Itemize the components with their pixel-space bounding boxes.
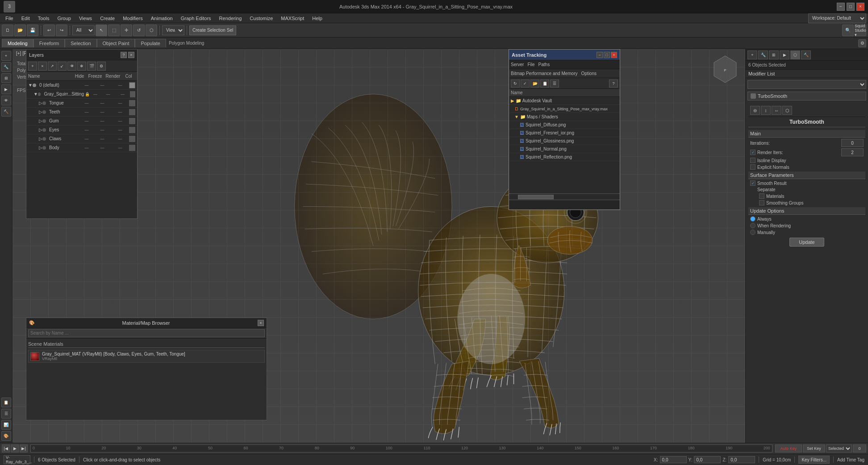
at-maps-folder-item[interactable]: ▼ 📁 Maps / Shaders [509,113,620,121]
layer-row-gum[interactable]: ▷ Gum — — — [26,117,137,126]
at-vault-item[interactable]: ▶ 📁 Autodesk Vault [509,97,620,105]
viewport-cube[interactable]: P [709,54,741,85]
at-scrollbar[interactable] [509,193,620,200]
layers-render-btn[interactable]: 🎬 [87,62,96,71]
create-selection-btn[interactable]: Create Selection Sel [189,25,236,35]
at-diffuse-item[interactable]: 🖼 Squirrel_Diffuse.png [509,121,620,129]
z-coord[interactable]: 0,0 [728,456,755,463]
menu-help[interactable]: Help [309,15,326,22]
scene-explorer-icon[interactable]: 📋 [1,398,11,407]
at-fresnel-item[interactable]: 🖼 Squirrel_Fresnel_ior.png [509,129,620,137]
layer-row-teeth[interactable]: ▷ Teeth — — — [26,108,137,117]
at-menu-paths[interactable]: Paths [538,62,550,67]
at-browse-btn[interactable]: 📂 [530,80,539,88]
menu-file[interactable]: File [2,15,17,22]
at-scrollbar-thumb[interactable] [518,195,554,199]
rpanel-tab-modify[interactable]: 🔧 [758,50,768,59]
maximize-btn[interactable]: □ [847,3,855,11]
layer-row-squirrel[interactable]: ▼ Gray_Squirr...Sitting 🔒 — — — [26,90,137,99]
track-view-icon[interactable]: 📊 [1,420,11,430]
rotate-btn[interactable]: ↺ [133,25,145,36]
at-copy-btn[interactable]: 📋 [540,80,549,88]
layers-help-btn[interactable]: ? [121,52,127,58]
redo-btn[interactable]: ↪ [56,25,67,36]
render-iters-checkbox[interactable] [750,150,755,155]
layer-row-body[interactable]: ▷ Body — — — [26,143,137,152]
turbo-tab-1[interactable]: ⊖ [750,106,760,115]
always-radio[interactable] [750,216,755,222]
render-iters-spinner[interactable]: 2 [841,148,864,156]
set-key-btn[interactable]: Set Key [803,444,825,452]
at-help-btn[interactable]: ? [609,80,618,88]
tab-populate[interactable]: Populate [135,39,166,47]
layer-row-eyes[interactable]: ▷ Eyes — — — [26,126,137,134]
at-maximize-btn[interactable]: □ [604,52,610,58]
layers-add-sel-btn[interactable]: ↗ [48,62,57,71]
at-reflection-item[interactable]: 🖼 Squirrel_Reflection.png [509,153,620,161]
time-input[interactable]: 0 [853,444,866,452]
layers-close-btn[interactable]: × [128,52,134,58]
hierarchy-icon[interactable]: ⊞ [1,73,11,83]
layer-row-claws[interactable]: ▷ Claws — — — [26,134,137,143]
mb-close-btn[interactable]: × [258,320,264,326]
layer-row-tongue[interactable]: ▷ Tongue — — — [26,99,137,108]
tab-selection[interactable]: Selection [65,39,96,47]
materials-checkbox[interactable] [759,193,764,199]
x-coord[interactable]: 0,0 [660,456,687,463]
scale-btn[interactable]: ⬡ [146,25,157,36]
layer-color-claws[interactable] [129,136,135,142]
move-btn[interactable]: ✛ [121,25,132,36]
rpanel-tab-hierarchy[interactable]: ⊞ [769,50,779,59]
workspace-dropdown[interactable]: Workspace: Default [808,13,866,23]
menu-views[interactable]: Views [75,15,96,22]
at-table-btn[interactable]: ☰ [550,80,559,88]
app-icon[interactable]: 3 [4,1,15,13]
iterations-spinner[interactable]: 0 [841,139,864,147]
when-rendering-radio[interactable] [750,223,755,228]
play-btn[interactable]: ▶ [11,444,19,452]
tab-modeling[interactable]: Modeling [2,39,33,47]
smooth-result-checkbox[interactable] [750,180,755,186]
tab-freeform[interactable]: Freeform [33,39,65,47]
layer-color-eyes[interactable] [129,127,135,133]
create-icon[interactable]: + [1,51,11,61]
squid-btn[interactable]: Squid Studio ▾ [855,25,866,36]
modify-icon[interactable]: 🔧 [1,62,11,72]
layers-create-btn[interactable]: + [28,62,37,71]
new-btn[interactable]: 🗋 [2,25,13,36]
menu-graph-editors[interactable]: Graph Editors [177,15,215,22]
key-filter-dropdown[interactable]: Selected [826,444,852,452]
tab-object-paint[interactable]: Object Paint [97,39,135,47]
smoothing-groups-checkbox[interactable] [759,200,764,205]
turbo-tab-4[interactable]: ⬡ [782,106,792,115]
layers-hide-btn[interactable]: 👁 [67,62,76,71]
motion-icon[interactable]: ▶ [1,84,11,94]
at-normal-item[interactable]: 🖼 Squirrel_Normal.png [509,145,620,153]
layer-color-default[interactable] [129,82,135,88]
viewport[interactable]: [+] [Perspective] [Shaded + Edged Faces]… [13,49,745,443]
selection-filter[interactable]: All [72,25,95,35]
modifier-dropdown[interactable] [747,80,866,89]
rpanel-tab-create[interactable]: + [747,50,757,59]
next-frame-btn[interactable]: ▶| [20,444,28,452]
at-minimize-btn[interactable]: − [597,52,603,58]
timeline-track[interactable]: 010203040 5060708090 100110120130140 150… [30,444,772,452]
layer-color-teeth[interactable] [129,109,135,115]
rpanel-tab-utilities[interactable]: 🔨 [801,50,811,59]
at-options[interactable]: Options [581,71,597,76]
at-menu-server[interactable]: Server [511,62,524,67]
close-btn[interactable]: × [856,3,864,11]
menu-create[interactable]: Create [96,15,118,22]
at-glossiness-item[interactable]: 🖼 Squirrel_Glossiness.png [509,137,620,145]
key-filters-btn[interactable]: Key Filters... [798,456,830,464]
material-item-squirrel[interactable]: Gray_Squirrel_MAT (VRayMtl) [Body, Claws… [28,350,265,363]
utilities-icon[interactable]: 🔨 [1,107,11,117]
at-bitmap-perf[interactable]: Bitmap Performance and Memory [511,71,578,76]
prev-frame-btn[interactable]: |◀ [2,444,10,452]
mb-search-input[interactable] [28,329,265,337]
menu-edit[interactable]: Edit [18,15,33,22]
layer-row-default[interactable]: ▼ 0 (default) — — — [26,81,137,90]
menu-animation[interactable]: Animation [147,15,176,22]
menu-tools[interactable]: Tools [34,15,53,22]
layer-color-gum[interactable] [129,118,135,124]
